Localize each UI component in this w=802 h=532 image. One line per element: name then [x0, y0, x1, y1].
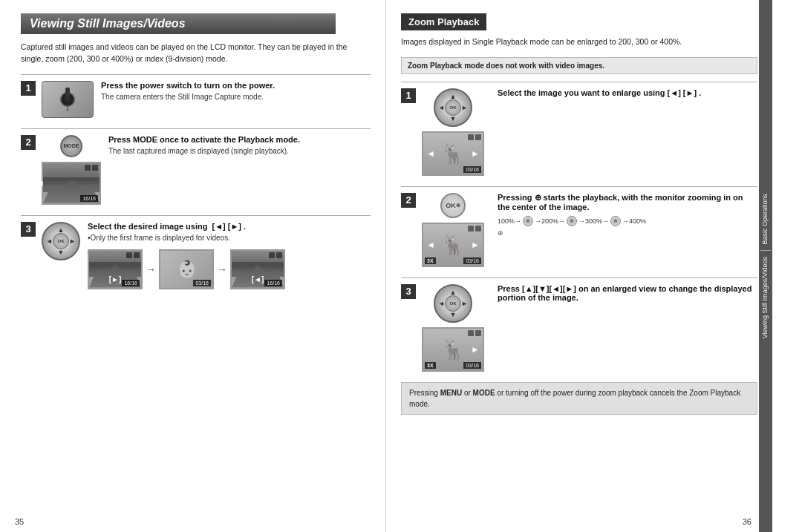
step-2-number: 2 — [21, 135, 36, 150]
step-1-number: 1 — [21, 81, 36, 96]
step-3-number: 3 — [21, 222, 36, 237]
zoom-step-3-number: 3 — [401, 284, 416, 299]
step-2-content: Press MODE once to activate the Playback… — [108, 135, 371, 157]
page-number-right: 36 — [743, 517, 752, 526]
step-2-title: Press MODE once to activate the Playback… — [108, 135, 371, 144]
zoom-title: Zoom Playback — [401, 13, 486, 30]
page-title: Viewing Still Images/Videos — [21, 13, 336, 34]
zoom-step-2-content: Pressing ⊕ starts the playback, with the… — [498, 193, 757, 237]
zoom-step-1-content: Select the image you want to enlarge usi… — [498, 88, 757, 99]
side-tab-top-text: Basic Operations — [761, 194, 770, 245]
mode-button-icon: MODE — [60, 135, 82, 157]
zoom-warning: Zoom Playback mode does not work with vi… — [401, 57, 757, 74]
step-1-desc: The camera enters the Still Image Captur… — [101, 92, 371, 102]
step-3-photo-2: 03/16 — [159, 249, 214, 289]
ok-zoom-button-icon: OK⊕ — [440, 193, 466, 218]
zoom-bottom-note: Pressing MENU or MODE or turning off the… — [401, 382, 757, 415]
step-3-content: Select the desired image using [◄] [►] .… — [88, 222, 371, 289]
zoom-step-3: 3 ▲ ▼ ◄ ► OK ► 3X 03/16 Press [▲][▼][◄][… — [401, 278, 757, 372]
arrow-right-2-icon: → — [217, 263, 227, 275]
arrow-right-icon: → — [146, 263, 156, 275]
step-3-title: Select the desired image using [◄] [►] . — [88, 222, 371, 231]
step-1-title: Press the power switch to turn on the po… — [101, 81, 371, 90]
page-number-left: 35 — [15, 517, 24, 526]
step-3: 3 ▲ ▼ ◄ ► OK Select the desired image us… — [21, 215, 371, 289]
step-2-icon: MODE 16/16 ◄ — [42, 135, 101, 205]
zoom-step-2-photo: ◄ ► 🦌 3X 03/16 — [422, 223, 484, 267]
zoom-step-2: 2 OK⊕ ◄ ► 🦌 3X 03/16 Pressing ⊕ starts t… — [401, 186, 757, 267]
zoom-step-1: 1 ▲ ▼ ◄ ► OK ◄ ► 03/16 Select the image … — [401, 82, 757, 176]
right-page: Zoom Playback Images displayed in Single… — [386, 0, 772, 532]
side-tab: Basic Operations Viewing Still Images/Vi… — [759, 0, 772, 532]
zoom-step-3-content: Press [▲][▼][◄][►] on an enlarged view t… — [498, 284, 757, 304]
intro-text: Captured still images and videos can be … — [21, 42, 371, 65]
zoom-step-1-icons: ▲ ▼ ◄ ► OK ◄ ► 03/16 — [422, 88, 484, 176]
step-3-icon: ▲ ▼ ◄ ► OK — [42, 222, 80, 260]
zoom-step-2-title: Pressing ⊕ starts the playback, with the… — [498, 193, 757, 211]
zoom-step-2-icons: OK⊕ ◄ ► 🦌 3X 03/16 — [422, 193, 484, 267]
zoom-step-1-title: Select the image you want to enlarge usi… — [498, 88, 757, 97]
zoom-step-3-title: Press [▲][▼][◄][►] on an enlarged view t… — [498, 284, 757, 302]
step-2: 2 MODE 16/16 ◄ Press MODE once to activa… — [21, 128, 371, 205]
step-1-icon: ↓ — [42, 81, 94, 118]
zoom-step-1-number: 1 — [401, 88, 416, 103]
step-1: 1 ↓ Press the power switch to turn on th… — [21, 74, 371, 118]
step-3-desc: •Only the first frame is displayed for v… — [88, 233, 371, 243]
zoom-down-note: ⊕ — [498, 229, 757, 237]
step-1-content: Press the power switch to turn on the po… — [101, 81, 371, 102]
step-3-photo-1: 16/16 [►] — [88, 249, 143, 289]
step-2-desc: The last captured image is displayed (si… — [108, 146, 371, 157]
zoom-progression: 100%→ ⊕ →200%→ ⊕ →300%→ ⊕ →400% — [498, 216, 757, 226]
step-2-photo: 16/16 — [42, 162, 101, 205]
left-page: Viewing Still Images/Videos Captured sti… — [0, 0, 386, 532]
zoom-step-1-photo: ◄ ► 03/16 — [422, 131, 484, 176]
side-tab-bottom-text: Viewing Still Images/Videos — [761, 257, 770, 338]
zoom-step-3-photo: ► 3X 03/16 — [422, 327, 484, 372]
zoom-intro: Images displayed in Single Playback mode… — [401, 36, 757, 48]
step-3-photo-3: 16/16 [◄] — [230, 249, 285, 289]
zoom-step-2-number: 2 — [401, 193, 416, 208]
zoom-step-3-icons: ▲ ▼ ◄ ► OK ► 3X 03/16 — [422, 284, 484, 372]
